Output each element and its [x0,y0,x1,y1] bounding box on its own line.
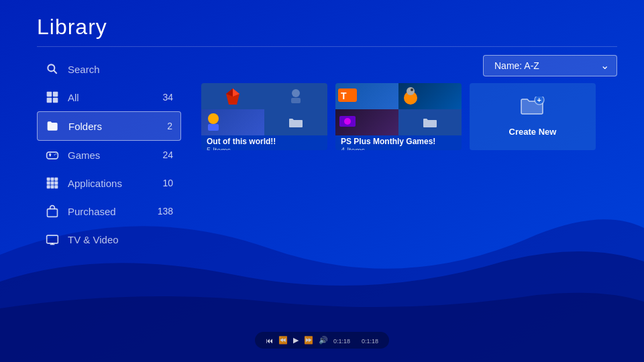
folder-thumb-8 [398,109,462,135]
header: Library [0,0,644,46]
content-area: Name: A-Z Name: Z-A Date Added Recently … [181,55,644,362]
svg-rect-15 [54,178,58,181]
sidebar-item-count: 10 [162,178,173,188]
sort-bar: Name: A-Z Name: Z-A Date Added Recently … [201,55,624,83]
sidebar-item-tv-video[interactable]: TV & Video [37,225,181,253]
apps-icon [45,176,60,190]
svg-rect-18 [54,182,58,185]
svg-point-39 [344,118,351,125]
svg-rect-7 [47,152,58,159]
folder-count-2: 4 Items [341,146,456,150]
sidebar-item-count: 2 [167,121,172,131]
svg-line-2 [54,70,57,74]
folder-meta-2: PS Plus Monthly Games! 4 Items [335,135,462,150]
sidebar-item-label: TV & Video [68,234,173,245]
folder-thumb-6 [398,83,462,109]
svg-rect-4 [53,92,58,97]
sidebar-item-label: All [68,92,154,103]
folder-name-1: Out of this world!! [207,137,322,146]
folder-name-2: PS Plus Monthly Games! [341,137,456,146]
folder-meta-1: Out of this world!! 5 Items [201,135,327,150]
sidebar-item-count: 138 [158,206,173,217]
sidebar-item-label: Purchased [68,206,150,217]
folder-card-1[interactable]: Out of this world!! 5 Items [201,83,327,150]
search-icon [45,62,60,76]
sidebar-item-label: Search [68,64,173,75]
folder-images-2: T [335,83,462,135]
svg-rect-23 [47,235,58,243]
sort-wrapper[interactable]: Name: A-Z Name: Z-A Date Added Recently … [483,55,617,76]
main-layout: Search All 34 [0,55,644,362]
svg-rect-14 [51,178,54,181]
svg-point-11 [54,154,56,156]
grid-icon [45,90,60,105]
folder-thumb-5: T [335,83,398,109]
sidebar-item-label: Games [68,149,154,161]
folder-thumb-4 [264,109,327,135]
svg-point-31 [208,113,219,124]
svg-text:+: + [537,97,541,104]
folder-thumb-1 [201,83,264,109]
sidebar-item-count: 34 [162,92,173,103]
sidebar-item-folders[interactable]: Folders 2 [37,111,181,141]
folder-icon [46,119,60,133]
folder-thumb-3 [201,109,264,135]
svg-point-36 [407,87,415,95]
folder-thumb-2 [264,83,327,109]
page-title: Library [37,15,617,40]
sort-select[interactable]: Name: A-Z Name: Z-A Date Added Recently … [483,55,617,76]
svg-rect-17 [51,182,54,185]
folder-images-1 [201,83,327,135]
tv-icon [45,232,60,247]
sidebar-item-label: Folders [68,121,159,132]
folders-grid: Out of this world!! 5 Items T [201,83,624,150]
sidebar: Search All 34 [37,55,181,362]
svg-rect-5 [47,98,52,103]
svg-rect-3 [47,92,52,97]
svg-rect-16 [47,182,50,185]
svg-rect-30 [291,98,301,103]
create-new-card[interactable]: + Create New [470,83,596,150]
svg-rect-32 [208,124,219,131]
svg-rect-22 [48,209,58,217]
svg-rect-20 [51,185,54,188]
svg-point-12 [56,154,57,155]
svg-rect-6 [53,98,58,103]
sidebar-item-search[interactable]: Search [37,55,181,83]
sidebar-item-all[interactable]: All 34 [37,83,181,111]
svg-rect-21 [54,185,58,188]
sidebar-item-applications[interactable]: Applications 10 [37,169,181,197]
sidebar-item-label: Applications [68,178,154,189]
bag-icon [45,204,60,219]
create-folder-icon: + [521,97,545,121]
folder-thumb-7 [335,109,398,135]
gamepad-icon [45,147,60,162]
svg-text:T: T [341,90,347,101]
sidebar-item-count: 24 [162,149,173,160]
folder-count-1: 5 Items [207,146,322,150]
svg-point-29 [292,89,300,97]
svg-point-37 [411,88,413,91]
sidebar-item-games[interactable]: Games 24 [37,141,181,169]
create-new-label: Create New [509,127,557,137]
svg-rect-19 [47,185,50,188]
svg-rect-13 [47,178,50,181]
svg-point-1 [48,64,54,71]
sidebar-item-purchased[interactable]: Purchased 138 [37,197,181,225]
folder-card-2[interactable]: T [335,83,462,150]
